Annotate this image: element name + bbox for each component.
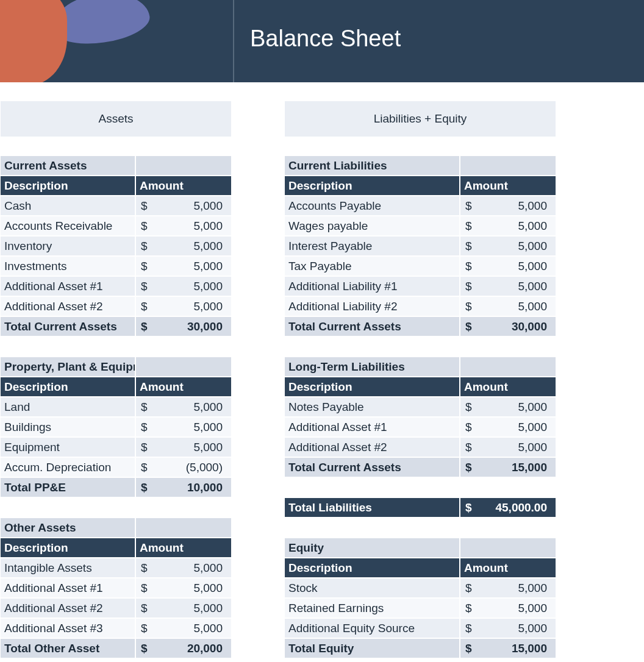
line-item-desc: Additional Asset #1 [284, 417, 460, 437]
liab-equity-heading: Liabilities + Equity [284, 101, 556, 137]
col-header-amt: Amount [135, 377, 232, 397]
line-item-desc: Additional Asset #2 [0, 598, 135, 618]
line-item-desc: Buildings [0, 417, 135, 437]
col-header-amt: Amount [460, 377, 556, 397]
line-item-amt: $5,000 [135, 558, 232, 578]
line-item-amt: $5,000 [135, 417, 232, 437]
line-item-desc: Stock [284, 578, 460, 598]
line-item-desc: Additional Liability #1 [284, 276, 460, 296]
total-liab-label: Total Liabilities [284, 497, 460, 518]
line-item-amt: $(5,000) [135, 457, 232, 477]
col-header-desc: Description [0, 538, 135, 558]
col-header-desc: Description [0, 176, 135, 196]
line-item-amt: $5,000 [135, 216, 232, 236]
line-item-desc: Additional Asset #1 [0, 276, 135, 296]
line-item-desc: Accounts Receivable [0, 216, 135, 236]
section-title: Equity [284, 538, 460, 558]
assets-heading: Assets [0, 101, 232, 137]
line-item-desc: Additional Equity Source [284, 618, 460, 638]
header-divider [233, 0, 234, 82]
line-item-desc: Additional Liability #2 [284, 296, 460, 316]
section-title: Current Liabilities [284, 155, 460, 176]
col-header-desc: Description [284, 377, 460, 397]
section-title: Long-Term Liabilities [284, 357, 460, 377]
col-header-amt: Amount [135, 538, 232, 558]
section-title: Current Assets [0, 155, 135, 176]
page-header: Balance Sheet [0, 0, 644, 82]
line-item-amt: $5,000 [460, 216, 556, 236]
col-header-amt: Amount [135, 176, 232, 196]
section-title-amt [460, 357, 556, 377]
line-item-desc: Wages payable [284, 216, 460, 236]
line-item-amt: $5,000 [135, 618, 232, 638]
section-total-label: Total Current Assets [284, 316, 460, 336]
line-item-amt: $5,000 [460, 397, 556, 417]
balance-sheet-table: AssetsLiabilities + EquityCurrent Assets… [0, 82, 644, 662]
line-item-amt: $5,000 [135, 256, 232, 276]
section-total-label: Total Current Assets [284, 457, 460, 477]
col-header-desc: Description [0, 377, 135, 397]
decorative-blob-orange [0, 0, 67, 82]
line-item-desc: Retained Earnings [284, 598, 460, 618]
section-total-amt: $20,000 [135, 638, 232, 658]
line-item-desc: Accum. Depreciation [0, 457, 135, 477]
line-item-amt: $5,000 [135, 397, 232, 417]
section-title-amt [460, 538, 556, 558]
section-total-label: Total Current Assets [0, 316, 135, 336]
line-item-desc: Investments [0, 256, 135, 276]
line-item-desc: Accounts Payable [284, 196, 460, 216]
section-title-amt [135, 357, 232, 377]
line-item-amt: $5,000 [135, 578, 232, 598]
section-total-amt: $30,000 [460, 316, 556, 336]
line-item-desc: Interest Payable [284, 236, 460, 256]
page-title: Balance Sheet [250, 26, 401, 52]
section-total-amt: $10,000 [135, 477, 232, 497]
line-item-desc: Cash [0, 196, 135, 216]
section-title-amt [460, 155, 556, 176]
line-item-desc: Additional Asset #2 [284, 437, 460, 457]
section-total-label: Total Equity [284, 638, 460, 658]
line-item-desc: Notes Payable [284, 397, 460, 417]
line-item-amt: $5,000 [135, 196, 232, 216]
section-total-amt: $15,000 [460, 638, 556, 658]
line-item-amt: $5,000 [460, 598, 556, 618]
col-header-amt: Amount [460, 176, 556, 196]
section-title: Other Assets [0, 518, 135, 538]
line-item-amt: $5,000 [460, 618, 556, 638]
line-item-amt: $5,000 [460, 276, 556, 296]
line-item-amt: $5,000 [460, 578, 556, 598]
line-item-amt: $5,000 [460, 236, 556, 256]
line-item-desc: Land [0, 397, 135, 417]
section-total-amt: $30,000 [135, 316, 232, 336]
section-total-label: Total PP&E [0, 477, 135, 497]
section-total-amt: $15,000 [460, 457, 556, 477]
section-total-label: Total Other Asset [0, 638, 135, 658]
line-item-amt: $5,000 [460, 437, 556, 457]
line-item-desc: Additional Asset #3 [0, 618, 135, 638]
col-header-desc: Description [284, 176, 460, 196]
line-item-amt: $5,000 [460, 196, 556, 216]
line-item-desc: Intangible Assets [0, 558, 135, 578]
line-item-amt: $5,000 [135, 296, 232, 316]
section-title: Property, Plant & Equipment [0, 357, 135, 377]
col-header-desc: Description [284, 558, 460, 578]
line-item-amt: $5,000 [460, 417, 556, 437]
col-header-amt: Amount [460, 558, 556, 578]
line-item-amt: $5,000 [135, 236, 232, 256]
section-title-amt [135, 518, 232, 538]
total-liab-amt: $45,000.00 [460, 497, 556, 518]
line-item-amt: $5,000 [460, 296, 556, 316]
line-item-amt: $5,000 [135, 276, 232, 296]
line-item-desc: Equipment [0, 437, 135, 457]
line-item-desc: Inventory [0, 236, 135, 256]
section-title-amt [135, 155, 232, 176]
line-item-desc: Tax Payable [284, 256, 460, 276]
line-item-desc: Additional Asset #2 [0, 296, 135, 316]
line-item-amt: $5,000 [135, 437, 232, 457]
line-item-amt: $5,000 [460, 256, 556, 276]
line-item-amt: $5,000 [135, 598, 232, 618]
line-item-desc: Additional Asset #1 [0, 578, 135, 598]
